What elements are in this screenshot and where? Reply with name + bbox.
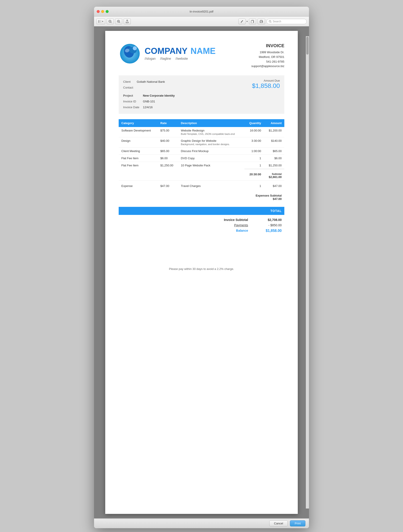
col-quantity: Quantity: [245, 119, 264, 127]
logo-area: COMPANY NAME //slogan //tagline //websit…: [119, 42, 216, 64]
row5-amount: $1,250.00: [264, 162, 284, 169]
company-website: //website: [176, 57, 188, 60]
bottom-bar: Cancel Print: [94, 518, 309, 528]
svg-rect-0: [98, 20, 99, 23]
expenses-subtotal-value: $47.00: [247, 197, 282, 201]
row5-category: Flat Fee Item: [119, 162, 158, 169]
expense-rate: $47.00: [158, 181, 178, 190]
row4-category: Flat Fee Item: [119, 155, 158, 162]
close-button[interactable]: [97, 10, 100, 13]
row1-rate: $75.00: [158, 127, 178, 137]
expense-category: Expense: [119, 181, 158, 190]
table-row: Software Development $75.00 Website Rede…: [119, 127, 284, 137]
table-row: Design $40.00 Graphic Design for Website…: [119, 137, 284, 148]
row4-quantity: 1: [245, 155, 264, 162]
scrollbar-track[interactable]: [306, 36, 309, 508]
expense-description: Travel Charges: [178, 181, 245, 190]
row3-rate: $65.00: [158, 148, 178, 155]
row3-quantity: 1:00:00: [245, 148, 264, 155]
address-email: support@applesource.biz: [251, 64, 284, 69]
company-name-area: COMPANY NAME //slogan //tagline //websit…: [145, 46, 216, 60]
row5-rate: $1,250.00: [158, 162, 178, 169]
svg-line-16: [271, 22, 271, 23]
svg-point-14: [262, 21, 263, 21]
pdf-page: COMPANY NAME //slogan //tagline //websit…: [105, 31, 298, 514]
row2-rate: $40.00: [158, 137, 178, 148]
project-labels: Project Invoice ID Invoice Date: [123, 93, 139, 110]
invoice-date-label: Invoice Date: [123, 104, 139, 110]
invoice-id-label: Invoice ID: [123, 99, 139, 104]
expense-amount: $47.00: [264, 181, 284, 190]
pen-tool-button[interactable]: [238, 19, 246, 24]
payments-value: - $850.00: [261, 223, 282, 227]
cancel-button[interactable]: Cancel: [269, 520, 288, 526]
client-contact-label: Contact: [123, 85, 133, 91]
sidebar-toggle-button[interactable]: ▾: [96, 19, 105, 24]
pen-dropdown[interactable]: ▾: [247, 20, 248, 23]
client-section: Client Contact Goliath National Bank Pro…: [119, 75, 284, 114]
row1-category: Software Development: [119, 127, 158, 137]
invoice-date-value: 12/4/16: [143, 104, 175, 110]
company-logo: [119, 42, 141, 64]
col-category: Category: [119, 119, 158, 127]
invoice-table: Category Rate Description Quantity Amoun…: [119, 119, 284, 202]
total-rows: Invoice Subtotal $2,708.00 Payments - $8…: [119, 215, 284, 236]
print-toolbar-button[interactable]: [258, 19, 265, 24]
minimize-button[interactable]: [101, 10, 104, 13]
company-name-part2: NAME: [190, 46, 216, 56]
expenses-subtotal-label: Expenses Subtotal: [247, 194, 282, 197]
client-values: Goliath National Bank: [137, 79, 165, 91]
row1-description: Website Redesign Build Template, CSS, JS…: [178, 127, 245, 137]
row5-description: 10 Page Website Pack: [178, 162, 245, 169]
subtotal-row: 20:30:00 Subtotal $2,661.00: [119, 169, 284, 181]
print-button[interactable]: Print: [290, 520, 306, 526]
svg-point-15: [269, 20, 271, 22]
expense-row: Expense $47.00 Travel Charges 1 $47.00: [119, 181, 284, 190]
address-line2: Medford, OR 97501: [251, 55, 284, 59]
svg-point-20: [133, 46, 137, 50]
svg-rect-13: [260, 22, 262, 23]
search-box[interactable]: Search: [266, 19, 307, 24]
zoom-out-button[interactable]: [107, 19, 114, 24]
titlebar: tn-invoice9201.pdf: [94, 7, 309, 17]
svg-rect-1: [99, 20, 101, 23]
col-description: Description: [178, 119, 245, 127]
invoice-id-value: GNB-101: [143, 99, 175, 104]
project-label: Project: [123, 93, 139, 99]
footer-text: Please pay within 30 days to avoid a 2.2…: [169, 267, 234, 271]
share-button[interactable]: [124, 19, 131, 24]
expenses-subtotal-row: Expenses Subtotal $47.00: [119, 190, 284, 202]
total-header: TOTAL: [119, 207, 284, 215]
balance-row: Balance $1,858.00: [121, 228, 282, 234]
copy-button[interactable]: [249, 19, 256, 24]
company-tagline: //tagline: [160, 57, 171, 60]
zoom-in-button[interactable]: [115, 19, 122, 24]
scrollbar-thumb[interactable]: [306, 37, 309, 55]
row1-amount: $1,200.00: [264, 127, 284, 137]
company-taglines: //slogan //tagline //website: [145, 57, 216, 60]
app-window: tn-invoice9201.pdf ▾: [94, 7, 309, 528]
row3-category: Client Meeting: [119, 148, 158, 155]
maximize-button[interactable]: [106, 10, 109, 13]
company-name-part1: COMPANY: [145, 46, 187, 56]
row2-description: Graphic Design for Website Background, n…: [178, 137, 245, 148]
project-value: New Corporate Identity: [143, 93, 175, 99]
invoice-subtotal-value: $2,708.00: [261, 218, 282, 222]
toolbar: ▾: [94, 17, 309, 26]
address-phone: 541-261-9785: [251, 59, 284, 64]
row2-category: Design: [119, 137, 158, 148]
row2-quantity: 3:30:00: [245, 137, 264, 148]
pdf-area: COMPANY NAME //slogan //tagline //websit…: [94, 26, 309, 518]
invoice-subtotal-row: Invoice Subtotal $2,708.00: [121, 217, 282, 222]
balance-value: $1,858.00: [261, 229, 282, 233]
subtotal-value: Subtotal $2,661.00: [264, 169, 284, 181]
invoice-title: INVOICE: [251, 42, 284, 49]
balance-label: Balance: [212, 229, 248, 233]
row4-rate: $6.00: [158, 155, 178, 162]
client-name-value: Goliath National Bank: [137, 79, 165, 85]
table-row: Flat Fee Item $6.00 DVD Copy 1 $6.00: [119, 155, 284, 162]
table-row: Flat Fee Item $1,250.00 10 Page Website …: [119, 162, 284, 169]
svg-line-8: [119, 22, 120, 23]
invoice-subtotal-label: Invoice Subtotal: [212, 218, 248, 222]
payments-row: Payments - $850.00: [121, 222, 282, 228]
